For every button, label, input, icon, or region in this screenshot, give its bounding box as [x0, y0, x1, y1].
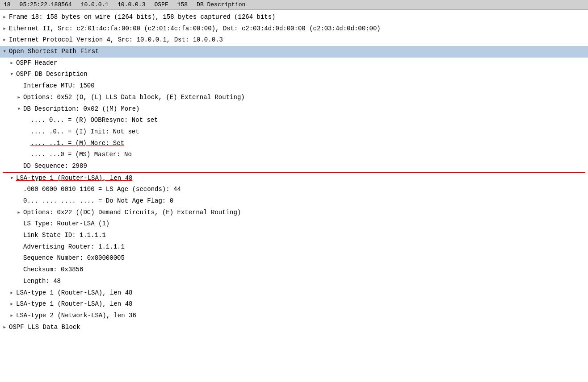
header-bar: 18 05:25:22.188564 10.0.0.1 10.0.0.3 OSP… — [0, 0, 588, 10]
tree-row-iface-mtu[interactable]: Interface MTU: 1500 — [0, 80, 588, 92]
tree-row-link-state-id[interactable]: Link State ID: 1.1.1.1 — [0, 230, 588, 241]
tree-row-ls-type[interactable]: LS Type: Router-LSA (1) — [0, 218, 588, 230]
row-text-checksum: Checksum: 0x3856 — [23, 266, 83, 273]
row-text-options2: Options: 0x22 ((DC) Demand Circuits, (E)… — [23, 209, 241, 216]
expand-icon[interactable]: ▸ — [3, 12, 8, 22]
row-text-ipv4: Internet Protocol Version 4, Src: 10.0.0… — [9, 36, 223, 43]
header-src: 10.0.0.1 — [81, 1, 109, 8]
row-text-db-desc-field: DB Description: 0x02 ((M) More) — [23, 105, 139, 112]
tree-row-ospf[interactable]: ▾Open Shortest Path First — [0, 46, 588, 58]
tree-row-length[interactable]: Length: 48 — [0, 276, 588, 287]
tree-row-dd-seq[interactable]: DD Sequence: 2989 — [0, 161, 588, 172]
row-text-options: Options: 0x52 (O, (L) LLS Data block, (E… — [23, 94, 245, 101]
tree-row-ls-age[interactable]: .000 0000 0010 1100 = LS Age (seconds): … — [0, 184, 588, 195]
tree-row-db-desc-field[interactable]: ▾DB Description: 0x02 ((M) More) — [0, 104, 588, 115]
expand-icon[interactable]: ▸ — [17, 208, 22, 218]
expand-icon[interactable]: ▸ — [17, 93, 22, 103]
expand-icon[interactable]: ▸ — [10, 311, 15, 321]
tree-row-oobresync[interactable]: .... 0... = (R) OOBResync: Not set — [0, 115, 588, 126]
collapse-icon[interactable]: ▾ — [10, 174, 15, 183]
row-text-adv-router: Advertising Router: 1.1.1.1 — [23, 243, 125, 250]
row-text-dd-seq: DD Sequence: 2989 — [23, 162, 87, 170]
tree-row-checksum[interactable]: Checksum: 0x3856 — [0, 264, 588, 276]
collapse-icon[interactable]: ▾ — [3, 47, 8, 57]
tree-row-ospf-header[interactable]: ▸OSPF Header — [0, 58, 588, 69]
header-protocol: OSPF — [154, 1, 168, 8]
row-text-lsa-type1-a: LSA-type 1 (Router-LSA), len 48 — [16, 289, 132, 296]
row-text-ospf-db-desc: OSPF DB Description — [16, 71, 88, 78]
tree-row-do-not-age[interactable]: 0... .... .... .... = Do Not Age Flag: 0 — [0, 195, 588, 207]
row-text-more: .... ..1. = (M) More: Set — [30, 140, 124, 147]
header-dst: 10.0.0.3 — [118, 1, 145, 8]
expand-icon[interactable]: ▸ — [10, 288, 15, 298]
row-text-iface-mtu: Interface MTU: 1500 — [23, 82, 95, 89]
row-text-ospf-header: OSPF Header — [16, 59, 57, 66]
expand-icon[interactable]: ▸ — [3, 24, 8, 34]
tree-row-options[interactable]: ▸Options: 0x52 (O, (L) LLS Data block, (… — [0, 92, 588, 104]
header-length: 158 — [177, 1, 188, 8]
row-text-ospf-lls: OSPF LLS Data Block — [9, 324, 80, 331]
tree-row-init[interactable]: .... .0.. = (I) Init: Not set — [0, 126, 588, 138]
tree-row-master[interactable]: .... ...0 = (MS) Master: No — [0, 149, 588, 161]
tree-row-ethernet[interactable]: ▸Ethernet II, Src: c2:01:4c:fa:00:00 (c2… — [0, 23, 588, 35]
collapse-icon[interactable]: ▾ — [10, 70, 15, 79]
row-text-init: .... .0.. = (I) Init: Not set — [30, 128, 139, 135]
row-text-lsa-type2: LSA-type 2 (Network-LSA), len 36 — [16, 312, 136, 319]
tree-row-ospf-lls[interactable]: ▸OSPF LLS Data Block — [0, 322, 588, 333]
packet-tree: ▸Frame 18: 158 bytes on wire (1264 bits)… — [0, 10, 588, 335]
tree-row-lsa-type2[interactable]: ▸LSA-type 2 (Network-LSA), len 36 — [0, 310, 588, 322]
tree-row-options2[interactable]: ▸Options: 0x22 ((DC) Demand Circuits, (E… — [0, 207, 588, 219]
tree-row-ospf-db-desc[interactable]: ▾OSPF DB Description — [0, 69, 588, 80]
row-text-master: .... ...0 = (MS) Master: No — [30, 151, 132, 158]
collapse-icon[interactable]: ▾ — [17, 104, 22, 114]
header-time: 05:25:22.188564 — [20, 1, 72, 8]
tree-row-ipv4[interactable]: ▸Internet Protocol Version 4, Src: 10.0.… — [0, 34, 588, 46]
tree-row-more[interactable]: .... ..1. = (M) More: Set — [0, 138, 588, 149]
row-text-frame: Frame 18: 158 bytes on wire (1264 bits),… — [9, 13, 276, 21]
row-text-oobresync: .... 0... = (R) OOBResync: Not set — [30, 116, 158, 124]
row-text-lsa-type1-b: LSA-type 1 (Router-LSA), len 48 — [16, 300, 132, 307]
tree-row-lsa-type1-b[interactable]: ▸LSA-type 1 (Router-LSA), len 48 — [0, 299, 588, 310]
tree-row-frame[interactable]: ▸Frame 18: 158 bytes on wire (1264 bits)… — [0, 12, 588, 23]
row-text-length: Length: 48 — [23, 278, 61, 285]
tree-row-lsa-type1-a[interactable]: ▸LSA-type 1 (Router-LSA), len 48 — [0, 287, 588, 299]
row-text-ospf: Open Shortest Path First — [9, 48, 99, 55]
row-text-ethernet: Ethernet II, Src: c2:01:4c:fa:00:00 (c2:… — [9, 25, 381, 32]
tree-row-lsa-type1-expanded[interactable]: ▾LSA-type 1 (Router-LSA), len 48 — [0, 173, 588, 184]
row-text-link-state-id: Link State ID: 1.1.1.1 — [23, 232, 106, 239]
header-frame-num: 18 — [4, 1, 11, 8]
expand-icon[interactable]: ▸ — [3, 35, 8, 45]
tree-row-seq-num[interactable]: Sequence Number: 0x80000005 — [0, 253, 588, 264]
expand-icon[interactable]: ▸ — [10, 58, 15, 68]
expand-icon[interactable]: ▸ — [10, 299, 15, 309]
row-text-ls-type: LS Type: Router-LSA (1) — [23, 220, 109, 227]
expand-icon[interactable]: ▸ — [3, 323, 8, 332]
row-text-lsa-type1-expanded: LSA-type 1 (Router-LSA), len 48 — [16, 174, 132, 182]
row-text-seq-num: Sequence Number: 0x80000005 — [23, 254, 125, 262]
row-text-do-not-age: 0... .... .... .... = Do Not Age Flag: 0 — [23, 197, 173, 204]
header-info: DB Description — [197, 1, 245, 8]
row-text-ls-age: .000 0000 0010 1100 = LS Age (seconds): … — [23, 186, 181, 193]
tree-row-adv-router[interactable]: Advertising Router: 1.1.1.1 — [0, 241, 588, 253]
